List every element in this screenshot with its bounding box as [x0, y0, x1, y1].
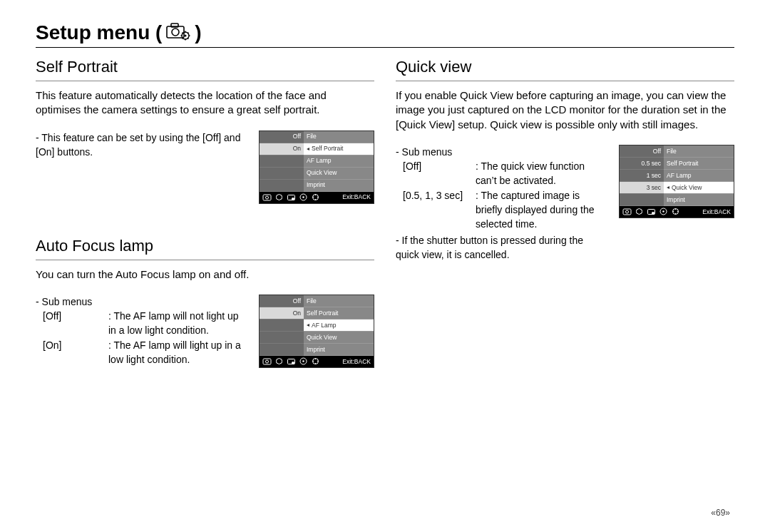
af-lamp-desc: You can turn the Auto Focus lamp on and … [36, 267, 374, 282]
page: Setup menu ( ) [0, 0, 770, 532]
screen-exit-label: Exit:BACK [342, 359, 371, 365]
quick-view-sub-label: - Sub menus [396, 145, 603, 159]
screen-footer: Exit:BACK [260, 192, 374, 203]
svg-point-16 [292, 198, 294, 200]
left-column: Self Portrait This feature automatically… [36, 58, 374, 368]
screen-footer: Exit:BACK [620, 206, 734, 218]
screen-footer-icons [262, 193, 320, 201]
screen-left-opt [260, 180, 304, 192]
af-lamp-row-off: [Off] : The AF lamp will not light up in… [43, 309, 243, 338]
screen-right-opt: Quick View [664, 182, 734, 194]
screen-right-opt: File [304, 295, 374, 307]
af-lamp-row-on-val: : The AF lamp will light up in a low lig… [108, 338, 243, 367]
af-lamp-heading: Auto Focus lamp [36, 237, 374, 255]
screen-left-opt: Off [620, 145, 664, 158]
screen-left-opt: 0.5 sec [620, 158, 664, 170]
section-rule [396, 81, 734, 81]
screen-exit-label: Exit:BACK [342, 194, 371, 200]
camera-gear-icon [166, 22, 190, 44]
screen-footer-icons [622, 208, 680, 215]
af-lamp-row-off-val: : The AF lamp will not light up in a low… [108, 309, 243, 338]
screen-right-opt: Self Portrait [664, 158, 734, 170]
screen-right-opt: Imprint [304, 180, 374, 192]
screen-right-opt: File [664, 145, 734, 158]
columns: Self Portrait This feature automatically… [36, 58, 734, 368]
screen-left-opt: 3 sec [620, 182, 664, 194]
svg-point-18 [302, 196, 304, 198]
qv-row-off-val: : The quick view function can’t be activ… [476, 159, 603, 188]
qv-note: - If the shutter button is pressed durin… [396, 233, 603, 262]
screen-exit-label: Exit:BACK [702, 209, 731, 215]
page-title-end: ) [195, 21, 201, 44]
screen-left-opt: On [260, 307, 304, 319]
screen-left-opt: Off [260, 131, 304, 143]
svg-point-30 [652, 212, 654, 215]
quick-view-heading: Quick view [396, 58, 734, 76]
svg-rect-27 [623, 209, 631, 215]
svg-point-2 [172, 29, 179, 36]
section-rule [36, 81, 374, 81]
qv-row-sec-key: [0.5, 1, 3 sec] [403, 188, 471, 232]
self-portrait-note: - This feature can be set by using the [… [36, 131, 243, 160]
screen-right-opt: Quick View [304, 332, 374, 344]
screen-right-opt: File [304, 131, 374, 143]
screen-right-opt: AF Lamp [304, 155, 374, 168]
screen-right-opt: Self Portrait [304, 307, 374, 319]
quick-view-screen: Off0.5 sec1 sec3 secFileSelf PortraitAF … [619, 145, 734, 218]
svg-point-32 [662, 211, 664, 213]
af-lamp-row-off-key: [Off] [43, 309, 104, 338]
self-portrait-desc: This feature automatically detects the l… [36, 88, 374, 118]
title-rule [36, 47, 734, 48]
svg-rect-20 [263, 359, 271, 364]
screen-left-opt: 1 sec [620, 170, 664, 182]
page-number: «69» [711, 508, 730, 518]
section-rule [36, 260, 374, 260]
quick-view-detail: - Sub menus [Off] : The quick view funct… [396, 145, 603, 262]
qv-row-off: [Off] : The quick view function can’t be… [403, 159, 603, 188]
af-lamp-screen: OffOnFileSelf PortraitAF LampQuick ViewI… [259, 295, 374, 368]
self-portrait-screen: OffOnFileSelf PortraitAF LampQuick ViewI… [259, 131, 374, 204]
screen-left-opt [260, 332, 304, 344]
screen-right-opt: AF Lamp [664, 170, 734, 182]
page-title-start: Setup menu ( [36, 21, 162, 44]
right-column: Quick view If you enable Quick View befo… [396, 58, 734, 368]
screen-left-opt: Off [260, 295, 304, 307]
screen-left-opt [620, 194, 664, 206]
screen-right-opt: Imprint [664, 194, 734, 206]
af-lamp-row-on-key: [On] [43, 338, 104, 367]
screen-left-opt [260, 168, 304, 180]
screen-footer: Exit:BACK [260, 356, 374, 367]
screen-footer-icons [262, 357, 320, 365]
screen-right-opt: Quick View [304, 168, 374, 180]
self-portrait-block: - This feature can be set by using the [… [36, 131, 374, 204]
self-portrait-heading: Self Portrait [36, 58, 374, 76]
af-lamp-detail: - Sub menus [Off] : The AF lamp will not… [36, 295, 243, 367]
af-lamp-sub-label: - Sub menus [36, 295, 243, 309]
af-lamp-row-on: [On] : The AF lamp will light up in a lo… [43, 338, 243, 367]
qv-row-off-key: [Off] [403, 159, 471, 188]
screen-left-opt [260, 319, 304, 332]
svg-point-23 [292, 362, 294, 364]
svg-point-25 [302, 361, 304, 362]
quick-view-block: - Sub menus [Off] : The quick view funct… [396, 145, 734, 262]
screen-right-opt: Imprint [304, 344, 374, 356]
svg-point-28 [626, 210, 629, 213]
af-lamp-block: - Sub menus [Off] : The AF lamp will not… [36, 295, 374, 368]
qv-row-sec-val: : The captured image is briefly displaye… [476, 188, 603, 232]
screen-right-opt: Self Portrait [304, 143, 374, 155]
svg-point-14 [266, 196, 269, 199]
screen-left-opt [260, 155, 304, 168]
svg-point-4 [185, 35, 187, 37]
svg-point-21 [266, 360, 269, 363]
quick-view-desc: If you enable Quick View before capturin… [396, 88, 734, 132]
page-title-row: Setup menu ( ) [36, 21, 734, 44]
svg-rect-13 [263, 195, 271, 200]
qv-row-sec: [0.5, 1, 3 sec] : The captured image is … [403, 188, 603, 232]
screen-left-opt: On [260, 143, 304, 155]
screen-right-opt: AF Lamp [304, 319, 374, 332]
svg-rect-1 [171, 24, 178, 27]
screen-left-opt [260, 344, 304, 356]
